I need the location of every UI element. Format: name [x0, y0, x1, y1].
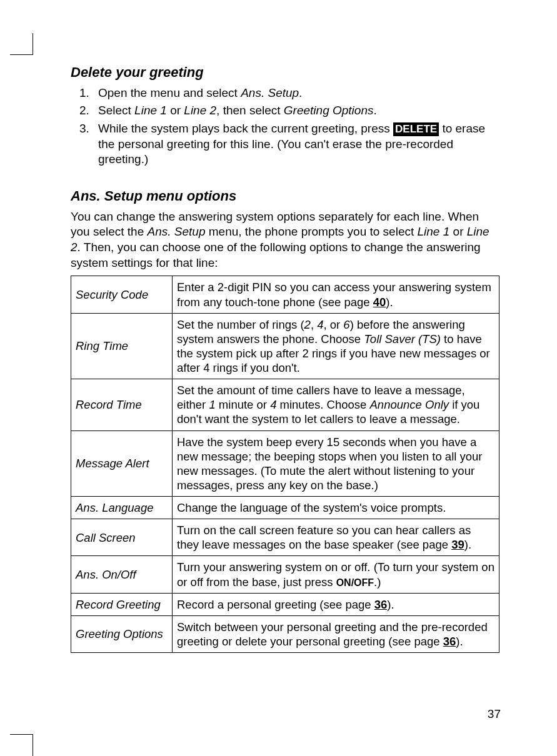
step-2: 2. Select Line 1 or Line 2, then select … [79, 103, 499, 119]
value: 2 [304, 318, 311, 331]
option-desc: Enter a 2-digit PIN so you can access yo… [173, 276, 499, 313]
text: Select [98, 104, 134, 117]
text: Change the language of the system's voic… [177, 501, 446, 514]
option-label: Record Time [71, 379, 173, 430]
text: Open the menu and select [98, 86, 241, 99]
text: menu, the phone prompts you to select [205, 225, 417, 238]
line-ref: Line 1 [418, 225, 450, 238]
value: 6 [343, 318, 349, 331]
page-number: 37 [488, 707, 501, 722]
options-table: Security Code Enter a 2-digit PIN so you… [71, 276, 499, 653]
line-ref: Line 1 [134, 104, 167, 117]
section-heading-delete-greeting: Delete your greeting [71, 64, 499, 82]
step-body: Select Line 1 or Line 2, then select Gre… [98, 103, 499, 119]
menu-ref: Ans. Setup [148, 225, 206, 238]
table-row: Ring Time Set the number of rings (2, 4,… [71, 313, 499, 379]
text: While the system plays back the current … [98, 122, 393, 135]
option-ref: Toll Saver (TS) [364, 332, 441, 346]
step-1: 1. Open the menu and select Ans. Setup. [79, 86, 499, 101]
option-label: Call Screen [71, 519, 173, 556]
crop-mark-top-left [10, 33, 33, 55]
option-desc: Set the number of rings (2, 4, or 6) bef… [173, 313, 499, 379]
table-row: Record Greeting Record a personal greeti… [71, 593, 499, 615]
step-number: 3. [79, 121, 98, 167]
option-label: Ring Time [71, 313, 173, 379]
section-heading-ans-setup: Ans. Setup menu options [71, 187, 499, 206]
table-row: Message Alert Have the system beep every… [71, 430, 499, 497]
key-label: ON/OFF [336, 577, 374, 588]
option-label: Ans. Language [71, 497, 173, 519]
page-ref: 36 [443, 635, 456, 648]
line-ref: Line 2 [184, 104, 216, 117]
text: ). [387, 598, 394, 611]
table-row: Greeting Options Switch between your per… [71, 615, 499, 652]
table-row: Call Screen Turn on the call screen feat… [71, 519, 499, 556]
text: . Then, you can choose one of the follow… [71, 241, 481, 269]
text: .) [374, 575, 381, 589]
value: 4 [317, 318, 323, 331]
value: 1 [209, 398, 215, 411]
table-row: Record Time Set the amount of time calle… [71, 379, 499, 430]
page-ref: 39 [451, 538, 464, 551]
option-label: Ans. On/Off [71, 556, 173, 593]
text: , or [323, 318, 343, 331]
option-ref: Announce Only [370, 398, 449, 411]
text: Switch between your personal greeting an… [177, 620, 488, 648]
text: ). [386, 296, 393, 309]
step-3: 3. While the system plays back the curre… [79, 121, 499, 167]
text: Have the system beep every 15 seconds wh… [177, 435, 483, 492]
step-number: 1. [79, 86, 98, 101]
option-desc: Change the language of the system's voic… [173, 497, 499, 519]
text: , [311, 318, 317, 331]
step-body: Open the menu and select Ans. Setup. [98, 86, 499, 101]
text: or [167, 104, 184, 117]
table-row: Security Code Enter a 2-digit PIN so you… [71, 276, 499, 313]
menu-ref: Greeting Options [284, 104, 374, 117]
menu-ref: Ans. Setup [241, 86, 299, 99]
option-label: Message Alert [71, 430, 173, 497]
text: Set the number of rings ( [177, 318, 304, 331]
option-desc: Turn on the call screen feature so you c… [173, 519, 499, 556]
option-label: Record Greeting [71, 593, 173, 615]
page: Delete your greeting 1. Open the menu an… [0, 0, 557, 756]
delete-key-label: DELETE [393, 122, 439, 136]
text: . [299, 86, 302, 99]
content-area: Delete your greeting 1. Open the menu an… [71, 64, 499, 653]
step-body: While the system plays back the current … [98, 121, 499, 167]
option-desc: Record a personal greeting (see page 36)… [173, 593, 499, 615]
text: minute or [216, 398, 270, 411]
text: . [373, 104, 376, 117]
page-ref: 36 [374, 598, 388, 611]
value: 4 [270, 398, 276, 411]
table-row: Ans. On/Off Turn your answering system o… [71, 556, 499, 593]
delete-greeting-steps: 1. Open the menu and select Ans. Setup. … [79, 86, 499, 167]
option-label: Greeting Options [71, 615, 173, 652]
text: , then select [216, 104, 284, 117]
text: Enter a 2-digit PIN so you can access yo… [177, 281, 491, 308]
text: Record a personal greeting (see page [177, 598, 374, 611]
option-desc: Set the amount of time callers have to l… [173, 379, 499, 430]
option-label: Security Code [71, 276, 173, 313]
table-row: Ans. Language Change the language of the… [71, 497, 499, 519]
text: ). [464, 538, 471, 551]
text: Turn on the call screen feature so you c… [177, 524, 471, 551]
step-number: 2. [79, 103, 98, 119]
ans-setup-intro: You can change the answering system opti… [71, 209, 499, 271]
crop-mark-bottom-left [10, 734, 33, 756]
text: ). [456, 635, 463, 648]
page-ref: 40 [373, 296, 386, 309]
option-desc: Have the system beep every 15 seconds wh… [173, 430, 499, 497]
text: or [449, 225, 466, 238]
option-desc: Switch between your personal greeting an… [173, 615, 499, 652]
option-desc: Turn your answering system on or off. (T… [173, 556, 499, 593]
text: minutes. Choose [276, 398, 369, 411]
